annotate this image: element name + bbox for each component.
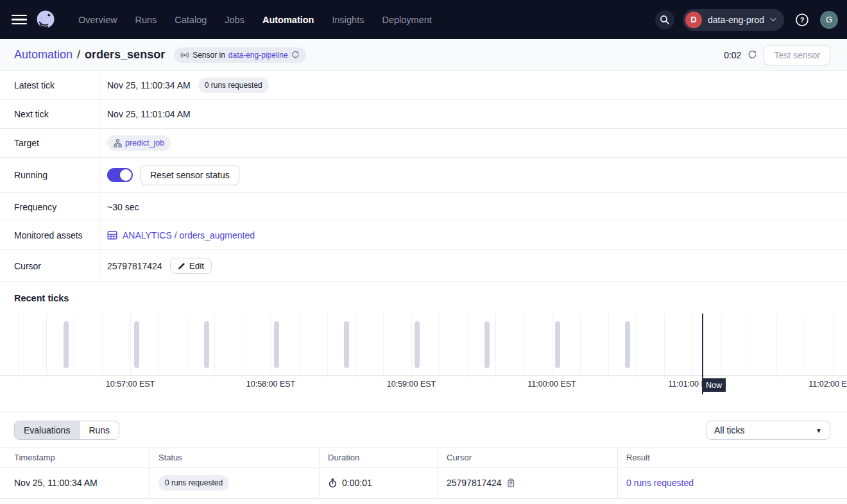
topnav-right: D data-eng-prod ? G [655,9,838,31]
sensor-icon [180,51,189,60]
tick-bar[interactable] [484,321,490,368]
nav-item-overview[interactable]: Overview [78,15,117,25]
running-toggle[interactable] [107,168,133,182]
sensor-location-badge: Sensor in data-eng-pipeline [174,47,305,63]
chart-gridline [383,314,384,378]
nav-item-automation[interactable]: Automation [262,15,314,25]
cell-timestamp[interactable]: Nov 25, 11:00:34 AM [0,467,150,498]
chart-gridline [608,314,609,378]
tab-evaluations[interactable]: Evaluations [15,421,79,439]
tick-bar[interactable] [274,321,279,368]
refresh-icon[interactable] [748,50,757,60]
column-header-cursor: Cursor [438,448,617,467]
help-icon[interactable]: ? [792,10,812,29]
nav-item-jobs[interactable]: Jobs [225,15,244,25]
frequency-value: ~30 sec [107,202,139,212]
monitored-assets-label: Monitored assets [0,221,99,249]
top-nav: OverviewRunsCatalogJobsAutomationInsight… [0,0,847,39]
chart-gridline [440,314,440,378]
latest-tick-time: Nov 25, 11:00:34 AM [107,80,191,90]
chevron-down-icon [770,17,776,22]
result-link[interactable]: 0 runs requested [626,478,694,488]
tick-bar[interactable] [415,321,420,368]
recent-ticks-title: Recent ticks [0,282,847,303]
cell-cursor: 25797817424 [447,478,502,488]
column-header-status: Status [150,448,319,467]
column-header-duration: Duration [319,448,438,467]
chart-gridline [102,314,103,378]
nav-item-catalog[interactable]: Catalog [175,15,207,25]
reload-icon[interactable] [291,51,300,59]
monitored-asset-link[interactable]: ANALYTICS / orders_augmented [107,230,255,240]
header-actions: 0:02 Test sensor [724,45,830,65]
edit-cursor-button[interactable]: Edit [170,258,212,274]
column-header-timestamp: Timestamp [0,448,150,467]
breadcrumb-automation-link[interactable]: Automation [14,48,73,62]
tab-runs[interactable]: Runs [79,421,119,439]
nav-item-runs[interactable]: Runs [135,15,157,25]
cursor-value: 25797817424 [107,261,162,271]
row-monitored-assets: Monitored assets ANALYTICS / orders_augm… [0,221,847,250]
sensor-details: Latest tick Nov 25, 11:00:34 AM 0 runs r… [0,71,847,282]
latest-tick-status-badge: 0 runs requested [198,78,269,93]
menu-icon[interactable] [12,12,27,28]
search-icon[interactable] [655,10,674,29]
chart-gridline [74,314,74,378]
tick-bar[interactable] [64,321,69,368]
tick-bar[interactable] [344,321,349,368]
chart-gridline [749,314,749,378]
chart-gridline [580,314,581,378]
row-next-tick: Next tick Nov 25, 11:01:04 AM [0,100,847,129]
row-target: Target predict_job [0,129,847,158]
column-header-result: Result [617,448,847,467]
axis-label: 11:00:00 EST [527,380,576,389]
chart-gridline [636,314,637,378]
chart-gridline [833,314,834,378]
recent-ticks-chart: 10:57:00 EST10:58:00 EST10:59:00 EST11:0… [0,314,847,394]
row-cursor: Cursor 25797817424 Edit [0,250,847,282]
reset-sensor-status-button[interactable]: Reset sensor status [141,165,239,185]
tab-group: EvaluationsRuns [14,421,119,440]
workspace-switcher[interactable]: D data-eng-prod [683,9,784,31]
code-location-link[interactable]: data-eng-pipeline [228,51,288,60]
frequency-label: Frequency [0,193,99,221]
tick-filter-dropdown[interactable]: All ticks ▼ [706,421,830,440]
copy-cursor-icon[interactable] [506,478,515,487]
nav-item-deployment[interactable]: Deployment [382,15,431,25]
cursor-label: Cursor [0,250,99,281]
target-job-link[interactable]: predict_job [125,139,164,147]
nav-item-insights[interactable]: Insights [332,15,364,25]
chart-gridline [664,314,665,378]
tick-bar[interactable] [134,321,139,368]
tick-bar[interactable] [204,321,209,368]
chart-gridline [243,314,243,378]
now-badge: Now [702,378,726,392]
user-avatar[interactable]: G [820,11,838,29]
chart-gridline [355,314,355,378]
chart-gridline [776,314,777,378]
chart-gridline [495,314,496,378]
chart-gridline [271,314,271,378]
tick-bar[interactable] [625,321,630,368]
workspace-badge: D [685,12,702,28]
chart-gridline [214,314,215,378]
next-tick-label: Next tick [0,100,99,128]
ticks-chart-area [0,314,847,376]
chart-gridline [327,314,328,378]
breadcrumb-separator: / [77,48,80,62]
chart-gridline [46,314,47,378]
workspace-name: data-eng-prod [708,15,764,25]
page-title: orders_sensor [85,48,165,62]
svg-text:?: ? [800,16,805,24]
monitored-asset-key: ANALYTICS / orders_augmented [123,230,255,240]
sensor-badge-text: Sensor in [193,51,225,60]
tick-bar[interactable] [555,321,560,368]
target-job-pill[interactable]: predict_job [107,135,171,151]
test-sensor-button[interactable]: Test sensor [764,45,830,65]
chart-gridline [524,314,524,378]
pencil-icon [178,262,185,270]
running-label: Running [0,158,99,192]
table-header-row: TimestampStatusDurationCursorResult [0,448,847,467]
dagster-logo-icon[interactable] [33,8,58,32]
latest-tick-label: Latest tick [0,71,99,99]
